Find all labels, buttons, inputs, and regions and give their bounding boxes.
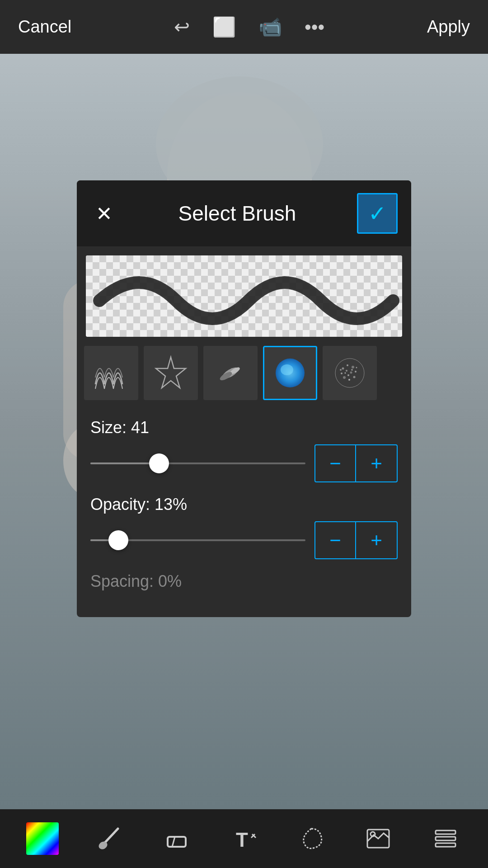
checkmark-icon: ✓ xyxy=(368,201,386,226)
svg-line-36 xyxy=(172,837,175,847)
modal-confirm-button[interactable]: ✓ xyxy=(357,193,398,234)
selection-tool[interactable] xyxy=(289,816,334,861)
svg-point-24 xyxy=(343,376,346,379)
opacity-slider-container[interactable] xyxy=(90,529,305,552)
brush-tool[interactable] xyxy=(87,816,132,861)
brush-selector-container xyxy=(77,337,411,409)
color-picker-tool[interactable] xyxy=(20,816,65,861)
modal-overlay: ✕ Select Brush ✓ xyxy=(0,54,488,809)
size-slider-container[interactable] xyxy=(90,452,305,475)
size-decrease-button[interactable]: − xyxy=(315,445,356,481)
svg-point-28 xyxy=(347,374,349,376)
svg-point-23 xyxy=(348,379,350,381)
size-btn-group: − + xyxy=(314,444,398,482)
frame-icon[interactable]: ⬜ xyxy=(212,16,236,38)
cancel-button[interactable]: Cancel xyxy=(18,17,71,37)
svg-point-16 xyxy=(281,364,293,375)
svg-point-26 xyxy=(346,370,347,372)
svg-point-21 xyxy=(355,371,357,373)
more-icon[interactable]: ••• xyxy=(305,16,324,38)
brush-selector xyxy=(77,337,411,409)
bottom-toolbar: T xyxy=(0,809,488,868)
select-brush-modal: ✕ Select Brush ✓ xyxy=(77,180,411,617)
spacing-control: Spacing: 0% xyxy=(90,572,398,591)
svg-point-41 xyxy=(371,832,375,836)
opacity-input-row: − + xyxy=(90,521,398,559)
spacing-label: Spacing: 0% xyxy=(90,572,398,591)
layers-tool[interactable] xyxy=(423,816,468,861)
opacity-control: Opacity: 13% − + xyxy=(90,495,398,559)
svg-rect-35 xyxy=(168,837,186,847)
brush-preview xyxy=(86,255,402,337)
svg-line-33 xyxy=(104,829,118,843)
svg-point-27 xyxy=(350,372,352,374)
svg-point-32 xyxy=(340,369,342,371)
opacity-decrease-button[interactable]: − xyxy=(315,522,356,558)
size-input-row: − + xyxy=(90,444,398,482)
svg-point-25 xyxy=(341,373,343,374)
svg-point-19 xyxy=(347,364,348,366)
svg-point-18 xyxy=(342,368,344,370)
svg-text:T: T xyxy=(236,829,248,851)
size-slider-thumb[interactable] xyxy=(149,453,169,473)
svg-point-17 xyxy=(335,359,364,387)
svg-point-29 xyxy=(345,373,346,374)
undo-icon[interactable]: ↩ xyxy=(174,16,190,38)
controls-section: Size: 41 − + Opacity: 13% xyxy=(77,409,411,617)
size-label: Size: 41 xyxy=(90,418,398,437)
svg-rect-42 xyxy=(436,830,455,834)
size-control: Size: 41 − + xyxy=(90,418,398,482)
brush-item-star[interactable] xyxy=(144,346,198,400)
svg-marker-11 xyxy=(156,357,186,388)
size-slider-track xyxy=(90,462,305,464)
brush-item-smudge[interactable] xyxy=(203,346,258,400)
svg-point-30 xyxy=(351,369,353,371)
svg-point-22 xyxy=(353,376,356,378)
svg-point-31 xyxy=(356,367,357,368)
svg-rect-43 xyxy=(436,837,455,840)
toolbar-icons: ↩ ⬜ 📹 ••• xyxy=(174,16,324,38)
color-swatch xyxy=(26,822,59,855)
record-icon[interactable]: 📹 xyxy=(258,16,282,38)
modal-title: Select Brush xyxy=(178,201,296,226)
apply-button[interactable]: Apply xyxy=(427,17,470,37)
brush-item-stipple[interactable] xyxy=(323,346,377,400)
opacity-label: Opacity: 13% xyxy=(90,495,398,514)
svg-point-20 xyxy=(352,366,354,368)
svg-rect-44 xyxy=(436,843,455,847)
opacity-slider-thumb[interactable] xyxy=(108,530,128,550)
opacity-btn-group: − + xyxy=(314,521,398,559)
brush-item-paint[interactable] xyxy=(263,346,317,400)
text-tool[interactable]: T xyxy=(221,816,267,861)
effects-tool[interactable] xyxy=(356,816,401,861)
opacity-increase-button[interactable]: + xyxy=(356,522,397,558)
eraser-tool[interactable] xyxy=(154,816,199,861)
brush-item-wave[interactable] xyxy=(84,346,138,400)
top-toolbar: Cancel ↩ ⬜ 📹 ••• Apply xyxy=(0,0,488,54)
size-increase-button[interactable]: + xyxy=(356,445,397,481)
modal-close-button[interactable]: ✕ xyxy=(90,202,117,225)
modal-header: ✕ Select Brush ✓ xyxy=(77,180,411,246)
